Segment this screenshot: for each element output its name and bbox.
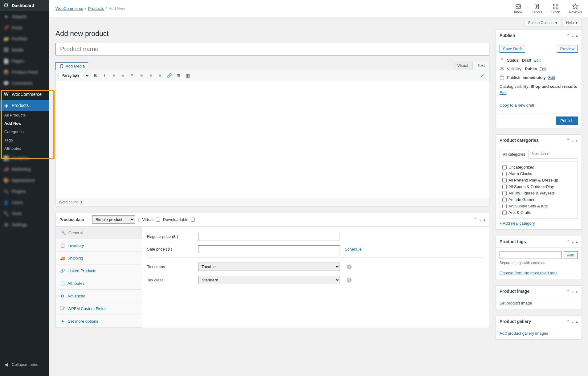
category-item[interactable]: Uncategorized: [502, 164, 575, 170]
category-checkbox[interactable]: [502, 178, 507, 182]
align-right-button[interactable]: ≡: [156, 72, 164, 80]
category-checkbox[interactable]: [502, 185, 507, 189]
sidebar-item-dashboard[interactable]: ⏱ Dashboard: [0, 0, 49, 11]
editor-tab-text[interactable]: Text: [473, 61, 489, 70]
sidebar-item-blurred[interactable]: 🔌Plugins: [0, 186, 49, 197]
edit-status-link[interactable]: Edit: [534, 58, 541, 63]
edit-publish-link[interactable]: Edit: [548, 75, 555, 80]
cat-tab-most[interactable]: Most Used: [529, 150, 552, 158]
chevron-down-icon[interactable]: ⌄: [479, 218, 482, 222]
preview-button[interactable]: Preview: [557, 45, 578, 53]
category-item[interactable]: All Pretend Play & Dress-up: [502, 177, 575, 183]
add-gallery-link[interactable]: Add product gallery images: [500, 331, 548, 336]
top-orders-button[interactable]: Orders: [532, 3, 542, 14]
sidebar-item-blurred[interactable]: 📊Analytics: [0, 153, 49, 164]
choose-tags-link[interactable]: Choose from the most used tags: [500, 271, 557, 275]
edit-catalog-link[interactable]: Edit: [500, 90, 506, 95]
sidebar-item-blurred[interactable]: 🎨Appearance: [0, 175, 49, 186]
chevron-up-icon[interactable]: ⌃: [567, 320, 570, 324]
regular-price-input[interactable]: [198, 233, 340, 240]
category-item[interactable]: Arts & Crafts: [502, 209, 575, 216]
tax-class-select[interactable]: Standard: [198, 276, 340, 284]
caret-up-icon[interactable]: ▴: [576, 240, 578, 244]
pd-tab-inventory[interactable]: 📋Inventory: [56, 239, 142, 252]
set-product-image-link[interactable]: Set product image: [500, 301, 532, 305]
edit-visibility-link[interactable]: Edit: [539, 67, 546, 71]
ol-button[interactable]: ≣: [119, 72, 127, 80]
add-tag-button[interactable]: Add: [564, 251, 578, 259]
sidebar-item-blurred[interactable]: 💬Comments: [0, 78, 49, 89]
toolbar-toggle-button[interactable]: ▦: [184, 72, 192, 80]
cat-tab-all[interactable]: All categories: [500, 150, 529, 159]
save-draft-button[interactable]: Save Draft: [500, 45, 525, 53]
sidebar-item-blurred[interactable]: 🖼Media: [0, 44, 49, 55]
sidebar-item-blurred[interactable]: 📄Pages: [0, 55, 49, 67]
pd-tab-linked[interactable]: 🔗Linked Products: [56, 264, 142, 277]
help-icon[interactable]: ?: [347, 264, 352, 269]
more-button[interactable]: ⊞: [174, 72, 182, 80]
sidebar-sub-add-new[interactable]: Add New: [0, 119, 49, 128]
caret-up-icon[interactable]: ▴: [576, 138, 578, 142]
pd-tab-attributes[interactable]: 📄Attributes: [56, 277, 142, 290]
chevron-up-icon[interactable]: ⌃: [567, 289, 570, 293]
category-checkbox[interactable]: [502, 204, 507, 208]
pd-tab-wpfm[interactable]: 📝WPFM Custom Fields: [56, 302, 142, 315]
category-checkbox[interactable]: [502, 210, 507, 215]
caret-up-icon[interactable]: ▴: [484, 218, 485, 222]
italic-button[interactable]: I: [100, 72, 108, 80]
quote-button[interactable]: ❝: [128, 72, 136, 80]
category-item[interactable]: All Sports & Outdoor Play: [502, 183, 575, 190]
help-button[interactable]: Help ▼: [563, 19, 582, 27]
sidebar-item-blurred[interactable]: ●Jetpack: [0, 11, 49, 22]
schedule-link[interactable]: Schedule: [345, 247, 361, 251]
product-type-select[interactable]: Simple product: [92, 215, 135, 224]
top-reviews-button[interactable]: Reviews: [569, 3, 582, 14]
category-item[interactable]: Arcade Games: [502, 196, 575, 203]
paragraph-select[interactable]: Paragraph: [58, 72, 90, 79]
virtual-toggle[interactable]: Virtual:: [142, 217, 160, 222]
sidebar-item-blurred[interactable]: 📌Posts: [0, 22, 49, 33]
chevron-up-icon[interactable]: ⌃: [567, 138, 570, 142]
sidebar-item-blurred[interactable]: 📁Portfolio: [0, 33, 49, 44]
help-icon[interactable]: ?: [347, 278, 352, 283]
sidebar-sub-tags[interactable]: Tags: [0, 136, 49, 144]
content-editor[interactable]: [55, 81, 489, 198]
add-category-link[interactable]: + Add new category: [500, 221, 535, 226]
chevron-down-icon[interactable]: ⌄: [571, 289, 574, 293]
align-left-button[interactable]: ≡: [137, 72, 145, 80]
breadcrumb-products[interactable]: Products: [88, 6, 104, 11]
sidebar-sub-categories[interactable]: Categories: [0, 128, 49, 136]
category-checkbox[interactable]: [502, 198, 507, 202]
editor-tab-visual[interactable]: Visual: [453, 61, 473, 70]
fullscreen-button[interactable]: ⤢: [479, 72, 487, 80]
category-item[interactable]: Alarm Clocks: [502, 170, 575, 177]
pd-tab-general[interactable]: 🔧General: [56, 227, 142, 239]
breadcrumb-woocommerce[interactable]: WooCommerce: [55, 6, 83, 11]
sidebar-sub-attributes[interactable]: Attributes: [0, 144, 49, 153]
sidebar-item-blurred[interactable]: 📣Marketing: [0, 164, 49, 175]
chevron-down-icon[interactable]: ⌄: [571, 34, 574, 38]
sidebar-item-woocommerce[interactable]: W WooCommerce: [0, 89, 49, 100]
sale-price-input[interactable]: [198, 245, 340, 253]
pd-tab-advanced[interactable]: ⚙Advanced: [56, 290, 142, 302]
caret-up-icon[interactable]: ▴: [576, 320, 578, 324]
sidebar-item-blurred[interactable]: ⚙Settings: [0, 219, 49, 230]
caret-up-icon[interactable]: ▴: [576, 34, 578, 38]
ul-button[interactable]: ≡: [110, 72, 118, 80]
top-stock-button[interactable]: Stock: [551, 3, 560, 14]
chevron-down-icon[interactable]: ⌄: [571, 138, 574, 142]
chevron-down-icon[interactable]: ⌄: [571, 320, 574, 324]
category-item[interactable]: Art Supply Sets & Kits: [502, 203, 575, 209]
publish-button[interactable]: Publish: [556, 116, 578, 125]
category-checkbox[interactable]: [502, 172, 507, 176]
chevron-up-icon[interactable]: ⌃: [474, 218, 477, 222]
sidebar-item-blurred[interactable]: 📦Product Feed: [0, 67, 49, 78]
chevron-down-icon[interactable]: ⌄: [571, 240, 574, 244]
downloadable-toggle[interactable]: Downloadable:: [163, 217, 195, 222]
category-item[interactable]: All Toy Figures & Playsets: [502, 190, 575, 196]
sidebar-sub-all-products[interactable]: All Products: [0, 111, 49, 119]
sidebar-item-blurred[interactable]: 🔧Tools: [0, 208, 49, 219]
add-media-button[interactable]: 🎵 Add Media: [55, 62, 88, 70]
category-checkbox[interactable]: [502, 165, 507, 170]
bold-button[interactable]: B: [91, 72, 99, 80]
